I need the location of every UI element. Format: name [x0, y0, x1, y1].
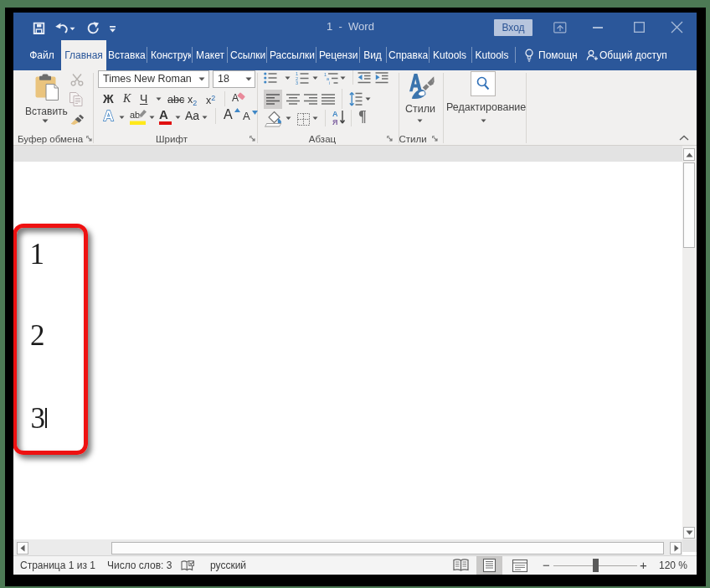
- svg-text:A: A: [232, 92, 239, 104]
- svg-text:Я: Я: [332, 118, 337, 126]
- svg-text:А: А: [104, 108, 114, 124]
- svg-text:3: 3: [296, 80, 298, 85]
- svg-text:ab: ab: [130, 110, 140, 120]
- svg-text:А: А: [332, 110, 338, 118]
- svg-text:i: i: [329, 80, 330, 85]
